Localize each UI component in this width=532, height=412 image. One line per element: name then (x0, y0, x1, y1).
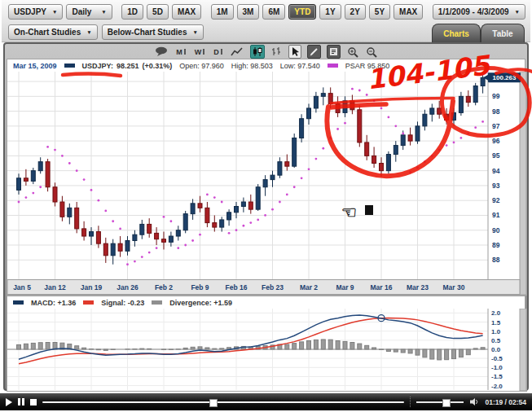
cursor-tool-icon[interactable] (288, 45, 301, 59)
candle[interactable] (423, 114, 427, 126)
candle[interactable] (408, 135, 412, 141)
candle[interactable] (96, 232, 100, 244)
period-button-ytd[interactable]: YTD (288, 4, 316, 20)
pause-button[interactable] (18, 398, 24, 405)
monthly-view-button[interactable]: M (174, 48, 187, 56)
interval-dropdown[interactable]: Daily (66, 4, 112, 20)
candle[interactable] (248, 202, 253, 209)
candle[interactable] (24, 178, 28, 182)
candle[interactable] (430, 108, 434, 114)
candle[interactable] (401, 135, 405, 146)
candle[interactable] (31, 171, 35, 182)
news-tool-icon[interactable] (327, 45, 341, 59)
tab-table[interactable]: Table (481, 24, 525, 42)
candle[interactable] (176, 230, 180, 236)
candle[interactable] (75, 208, 79, 229)
candle[interactable] (437, 108, 442, 114)
seek-thumb[interactable] (209, 399, 218, 407)
weekly-view-button[interactable]: W (193, 48, 207, 56)
daily-view-button[interactable]: D (212, 48, 224, 56)
candle[interactable] (140, 224, 144, 234)
candle[interactable] (82, 229, 86, 236)
candle[interactable] (90, 232, 94, 236)
range-button-1d[interactable]: 1D (121, 4, 143, 20)
on-chart-studies-dropdown[interactable]: On-Chart Studies (8, 24, 98, 40)
candle[interactable] (466, 96, 470, 102)
period-button-max[interactable]: MAX (394, 4, 423, 20)
candle[interactable] (372, 156, 376, 163)
volume-thumb[interactable] (442, 399, 451, 407)
candle[interactable] (380, 164, 384, 171)
candle[interactable] (17, 178, 21, 191)
candle[interactable] (350, 101, 354, 110)
candle[interactable] (111, 243, 115, 256)
candle[interactable] (307, 108, 311, 119)
candle[interactable] (103, 243, 108, 256)
candle[interactable] (278, 162, 282, 175)
ohlc-chart-type-icon[interactable] (270, 46, 283, 58)
candle[interactable] (452, 112, 456, 120)
date-range-dropdown[interactable]: 1/1/2009 - 4/3/2009 (433, 4, 525, 20)
candle[interactable] (343, 101, 347, 113)
range-button-max[interactable]: MAX (172, 4, 201, 20)
candle[interactable] (415, 126, 420, 141)
below-chart-studies-dropdown[interactable]: Below-Chart Studies (102, 24, 204, 40)
candle[interactable] (292, 138, 297, 166)
candle[interactable] (227, 213, 231, 220)
candle[interactable] (46, 162, 50, 187)
candle[interactable] (60, 202, 64, 217)
candle[interactable] (235, 206, 239, 212)
candle[interactable] (394, 146, 398, 155)
period-button-2y[interactable]: 2Y (345, 4, 366, 20)
candle[interactable] (155, 233, 159, 239)
candle[interactable] (321, 94, 325, 97)
period-button-6m[interactable]: 6M (262, 4, 285, 20)
candle[interactable] (38, 162, 42, 171)
candle[interactable] (358, 110, 362, 142)
candle[interactable] (300, 119, 304, 138)
candle[interactable] (365, 142, 369, 156)
candle[interactable] (213, 223, 217, 227)
line-chart-type-icon[interactable] (230, 46, 244, 58)
candle[interactable] (191, 204, 195, 214)
period-button-1m[interactable]: 1M (211, 4, 234, 20)
stop-button[interactable] (30, 399, 37, 405)
candle[interactable] (241, 202, 245, 206)
candle[interactable] (445, 114, 449, 120)
symbol-dropdown[interactable]: USDJPY (8, 4, 63, 20)
volume-slider[interactable] (416, 398, 464, 406)
candle[interactable] (53, 187, 57, 202)
candle[interactable] (183, 214, 187, 230)
candle[interactable] (205, 208, 209, 222)
period-button-5y[interactable]: 5Y (369, 4, 390, 20)
macd-chart[interactable]: 2.01.51.00.50.0-0.5-1.0-1.5-2.0 (7, 309, 527, 392)
candle[interactable] (285, 162, 289, 166)
candle[interactable] (328, 94, 332, 104)
candlestick-chart-type-icon[interactable] (250, 45, 265, 59)
candle[interactable] (263, 180, 267, 187)
play-button[interactable] (6, 398, 12, 406)
zoom-out-icon[interactable] (365, 46, 378, 58)
draw-tool-icon[interactable] (307, 45, 321, 59)
seek-bar[interactable] (42, 398, 404, 406)
candle[interactable] (169, 236, 173, 242)
period-button-3m[interactable]: 3M (237, 4, 260, 20)
candle[interactable] (68, 208, 72, 217)
candle[interactable] (473, 86, 477, 103)
candle[interactable] (162, 239, 166, 243)
candle[interactable] (133, 234, 137, 240)
range-button-5d[interactable]: 5D (147, 4, 169, 20)
candle[interactable] (147, 224, 152, 233)
candle[interactable] (220, 220, 224, 227)
candle[interactable] (459, 96, 463, 112)
candle[interactable] (314, 96, 318, 108)
tab-charts[interactable]: Charts (432, 24, 481, 42)
candlestick-chart[interactable]: 999897969594939291908988100.263Jan 5Jan … (7, 72, 527, 296)
candle[interactable] (386, 155, 390, 171)
period-button-1y[interactable]: 1Y (319, 4, 341, 20)
candle[interactable] (481, 77, 485, 85)
annotation-bubble-icon[interactable] (154, 46, 169, 58)
candle[interactable] (118, 243, 122, 251)
speaker-icon[interactable] (469, 397, 479, 406)
candle[interactable] (198, 204, 202, 208)
